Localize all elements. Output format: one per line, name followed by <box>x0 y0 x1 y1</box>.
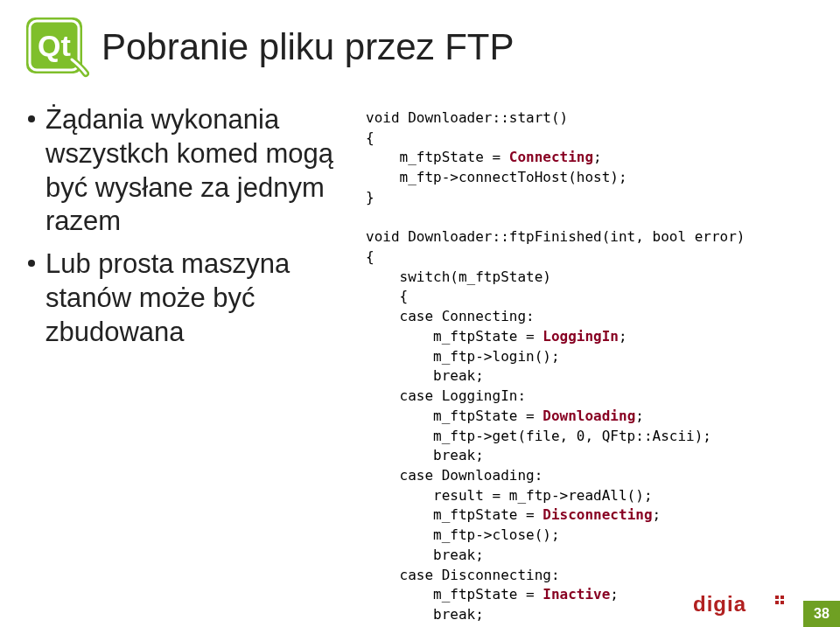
bullet-item: Lub prosta maszyna stanów może być zbudo… <box>24 247 348 349</box>
bullet-item: Żądania wykonania wszystkch komed mogą b… <box>24 103 348 239</box>
slide-title: Pobranie pliku przez FTP <box>102 26 514 68</box>
code-block: void Downloader::start() { m_ftpState = … <box>366 103 816 627</box>
svg-rect-4 <box>775 596 779 599</box>
svg-rect-5 <box>780 596 784 599</box>
page-number: 38 <box>803 601 840 627</box>
svg-text:Qt: Qt <box>38 29 71 62</box>
digia-logo-icon: digia <box>693 592 789 618</box>
qt-logo-icon: Qt <box>24 16 89 79</box>
slide: Qt Pobranie pliku przez FTP Żądania wyko… <box>0 0 840 627</box>
svg-rect-6 <box>775 601 779 604</box>
svg-text:digia: digia <box>693 592 746 616</box>
header-row: Qt Pobranie pliku przez FTP <box>24 16 816 79</box>
content-row: Żądania wykonania wszystkch komed mogą b… <box>24 103 816 627</box>
svg-rect-7 <box>780 601 784 604</box>
bullet-list: Żądania wykonania wszystkch komed mogą b… <box>24 103 348 358</box>
